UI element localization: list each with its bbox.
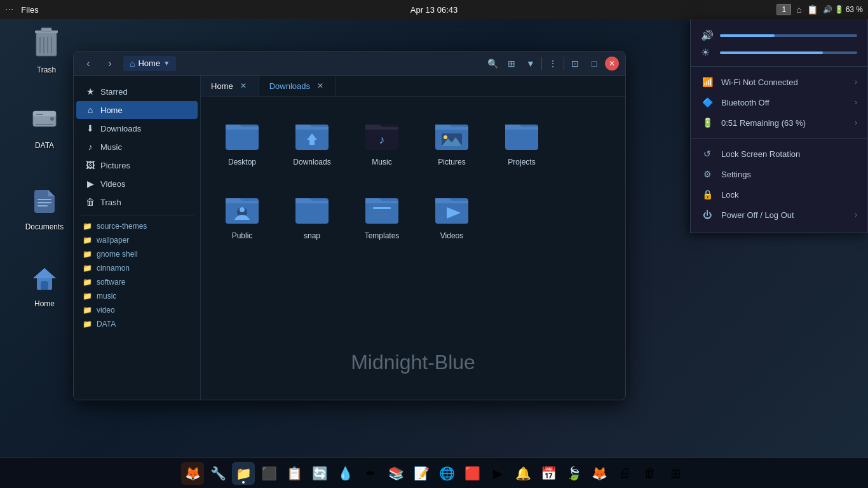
music-icon: ♪ (85, 142, 95, 152)
clipboard-icon[interactable]: 📋 (807, 4, 818, 15)
sort-button[interactable]: ▼ (522, 55, 539, 72)
home-indicator-icon[interactable]: ⌂ (796, 4, 801, 15)
taskbar-trash[interactable]: 🗑 (639, 462, 661, 485)
data-label: DATA (35, 141, 54, 150)
desktop-icon-data[interactable]: DATA (19, 105, 70, 150)
sidebar-item-data[interactable]: 📁 DATA (74, 317, 200, 331)
restore-button[interactable]: ⊡ (567, 55, 583, 72)
watermark-text: Midnight-Blue (351, 351, 475, 374)
menu-button[interactable]: ⋮ (545, 55, 561, 72)
wifi-icon: 📶 (701, 77, 714, 87)
desktop-icon-home[interactable]: Home (19, 266, 70, 308)
file-desktop-label: Desktop (228, 158, 256, 166)
view-list-button[interactable]: ⊞ (503, 55, 520, 72)
folder-icon-2: 📁 (83, 236, 92, 245)
tab-home[interactable]: Home ✕ (201, 76, 259, 96)
lock-icon: 🔒 (701, 189, 714, 200)
file-item-pictures[interactable]: Pictures (423, 109, 480, 170)
sidebar-item-gnome-shell[interactable]: 📁 gnome shell (74, 247, 200, 261)
sidebar-item-wallpaper[interactable]: 📁 wallpaper (74, 233, 200, 247)
volume-icon: 🔊 (701, 29, 714, 41)
file-projects-label: Projects (508, 158, 535, 166)
bluetooth-item[interactable]: 🔷 Bluetooth Off › (691, 92, 867, 112)
taskbar-firefox2[interactable]: 🦊 (588, 462, 611, 485)
file-item-public[interactable]: Public (214, 183, 271, 244)
file-item-downloads[interactable]: Downloads (283, 109, 341, 170)
tab-home-close[interactable]: ✕ (238, 81, 248, 91)
close-button[interactable]: ✕ (605, 57, 619, 71)
taskbar-dash[interactable]: 🟥 (461, 462, 484, 485)
taskbar-script2[interactable]: 📝 (410, 462, 433, 485)
settings-item[interactable]: ⚙ Settings (691, 164, 867, 184)
tab-downloads-close[interactable]: ✕ (315, 81, 325, 91)
taskbar-stack[interactable]: 📚 (384, 462, 407, 485)
desktop-icon-documents[interactable]: Documents (19, 186, 70, 231)
taskbar-browser[interactable]: 🌐 (435, 462, 458, 485)
file-grid-container[interactable]: Desktop (201, 97, 625, 400)
svg-rect-24 (373, 214, 388, 215)
file-item-videos[interactable]: Videos (423, 183, 480, 244)
location-bar[interactable]: ⌂ Home ▼ (123, 56, 176, 71)
svg-point-21 (240, 207, 245, 212)
brightness-slider[interactable] (720, 51, 857, 54)
taskbar-mint[interactable]: 🍃 (562, 462, 585, 485)
taskbar-scanner[interactable]: 🖨 (613, 462, 636, 485)
search-button[interactable]: 🔍 (484, 55, 501, 72)
taskbar-script[interactable]: 📋 (283, 462, 306, 485)
battery-status[interactable]: 🔊 🔋 63 % (823, 5, 863, 14)
taskbar-inkscape[interactable]: ✒ (359, 462, 382, 485)
lock-item[interactable]: 🔒 Lock (691, 184, 867, 205)
battery-panel-icon: 🔋 (701, 118, 714, 128)
maximize-button[interactable]: □ (586, 55, 602, 72)
taskbar-grid[interactable]: ⊞ (664, 462, 687, 485)
taskbar-synaptic[interactable]: 🔧 (207, 462, 229, 485)
wifi-item[interactable]: 📶 Wi-Fi Not Connected › (691, 72, 867, 92)
workspace-indicator[interactable]: 1 (776, 4, 791, 15)
app-menu-icon[interactable]: ··· (5, 4, 13, 15)
sidebar-item-videos[interactable]: ▶ Videos (76, 175, 198, 193)
taskbar-alarm[interactable]: 🔔 (512, 462, 534, 485)
app-name-label: Files (21, 5, 38, 15)
file-item-desktop[interactable]: Desktop (214, 109, 271, 170)
file-item-templates[interactable]: Templates (353, 183, 410, 244)
taskbar-mintinstall[interactable]: 🔄 (308, 462, 331, 485)
back-button[interactable]: ‹ (80, 55, 97, 72)
desktop-icon-trash[interactable]: Trash (21, 25, 72, 74)
taskbar-calendar[interactable]: 📅 (537, 462, 560, 485)
sidebar-item-downloads[interactable]: ⬇ Downloads (76, 119, 198, 137)
sidebar-item-software[interactable]: 📁 software (74, 275, 200, 289)
folder-projects-icon (501, 113, 542, 154)
forward-button[interactable]: › (102, 55, 118, 72)
file-item-music[interactable]: ♪ Music (353, 109, 410, 170)
sidebar-item-video[interactable]: 📁 video (74, 303, 200, 317)
sidebar-item-pictures[interactable]: 🖼 Pictures (76, 156, 198, 174)
volume-slider[interactable] (720, 34, 857, 37)
sidebar-item-music[interactable]: ♪ Music (76, 138, 198, 156)
taskbar-play[interactable]: ▶ (486, 462, 509, 485)
data-drive-icon (31, 105, 58, 139)
taskbar-firefox[interactable]: 🦊 (181, 462, 204, 485)
bluetooth-icon: 🔷 (701, 97, 714, 107)
power-item[interactable]: ⏻ Power Off / Log Out › (691, 205, 867, 225)
sidebar-item-home[interactable]: ⌂ Home (76, 101, 198, 119)
taskbar-gpick[interactable]: 💧 (334, 462, 356, 485)
folder-icon-1: 📁 (83, 222, 92, 231)
power-arrow-icon: › (855, 210, 857, 219)
sidebar-item-trash[interactable]: 🗑 Trash (76, 193, 198, 211)
taskbar-files[interactable]: 📁 (232, 462, 255, 485)
sidebar-item-starred[interactable]: ★ Starred (76, 83, 198, 100)
tab-downloads[interactable]: Downloads ✕ (259, 76, 336, 96)
sidebar-item-cinnamon[interactable]: 📁 cinnamon (74, 261, 200, 275)
battery-item[interactable]: 🔋 0:51 Remaining (63 %) › (691, 112, 867, 133)
file-item-snap[interactable]: snap (283, 183, 341, 244)
sidebar: ★ Starred ⌂ Home ⬇ Downloads ♪ Music 🖼 (74, 76, 201, 400)
sidebar-item-source-themes[interactable]: 📁 source-themes (74, 219, 200, 233)
sidebar-item-music2[interactable]: 📁 music (74, 289, 200, 303)
taskbar-terminal[interactable]: ⬛ (257, 462, 280, 485)
battery-label: 0:51 Remaining (63 %) (721, 118, 847, 128)
volume-row: 🔊 (691, 27, 867, 44)
pictures-icon: 🖼 (85, 160, 95, 170)
lock-rotation-item[interactable]: ↺ Lock Screen Rotation (691, 144, 867, 164)
file-item-projects[interactable]: Projects (493, 109, 550, 170)
starred-icon: ★ (85, 86, 95, 97)
